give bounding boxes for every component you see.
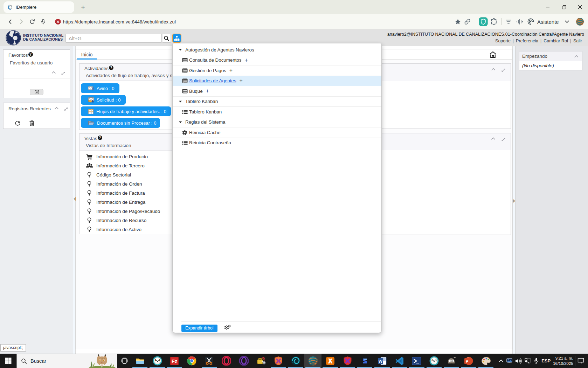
tray-speaker-icon[interactable] xyxy=(515,358,522,364)
puzzle-extension-icon[interactable] xyxy=(490,18,498,26)
header-link-salir[interactable]: Salir xyxy=(571,39,584,43)
filezilla-taskbar-button[interactable]: Fz xyxy=(166,354,183,368)
expand-tree-button[interactable]: Expandir árbol xyxy=(181,325,217,332)
tray-display-icon[interactable] xyxy=(506,358,512,363)
activity-button[interactable]: Aviso : 0 xyxy=(81,83,119,93)
dog-avatar-taskbar-button[interactable] xyxy=(148,354,166,368)
menu-item[interactable]: Consulta de Documentos+ xyxy=(173,55,381,66)
mic-icon[interactable] xyxy=(40,19,46,25)
copy-link-icon[interactable] xyxy=(464,18,471,25)
activity-button[interactable]: Flujos de trabajo y actividades. : 0 xyxy=(81,106,171,116)
forward-button[interactable] xyxy=(18,19,25,25)
help-question-icon[interactable] xyxy=(28,52,33,57)
menu-item[interactable]: Solicitudes de Agentes+ xyxy=(173,76,381,86)
opera-gx-taskbar-button[interactable] xyxy=(235,354,252,368)
palette-taskbar-button[interactable] xyxy=(477,354,494,368)
sidebar-splitter[interactable] xyxy=(73,46,76,354)
gears-icon[interactable] xyxy=(224,325,231,332)
header-link-soporte[interactable]: Soporte xyxy=(493,39,513,43)
dog-avatar2-taskbar-button[interactable] xyxy=(426,354,443,368)
new-tab-button[interactable]: + xyxy=(78,3,88,12)
tray-clock[interactable]: 9:21 a. m. 16/10/2025 xyxy=(553,356,573,366)
show-desktop-divider[interactable] xyxy=(575,356,575,366)
global-search-input[interactable] xyxy=(66,36,161,41)
url-text[interactable]: https://idempiere.incanal.com.ve:8448/we… xyxy=(63,14,176,29)
menu-item[interactable]: Reglas del Sistema xyxy=(173,117,381,128)
kdenlive-taskbar-button[interactable] xyxy=(201,354,218,368)
chrome-taskbar-button[interactable] xyxy=(183,354,200,368)
expand-panel-icon[interactable] xyxy=(64,107,68,111)
refresh-icon[interactable] xyxy=(15,120,21,127)
activity-button[interactable]: Solicitud : 0 xyxy=(81,95,126,105)
expand-panel-icon[interactable] xyxy=(501,137,506,142)
chevron-down-icon[interactable] xyxy=(564,19,570,25)
powershell-taskbar-button[interactable] xyxy=(408,354,425,368)
new-record-plus-icon[interactable]: + xyxy=(239,78,242,84)
caret-down-icon[interactable] xyxy=(179,49,182,51)
gimp-taskbar-button[interactable] xyxy=(443,354,460,368)
task-view-icon[interactable] xyxy=(117,354,131,368)
toolbox-taskbar-button[interactable] xyxy=(253,354,270,368)
assistant-label[interactable]: Asistente xyxy=(535,19,556,25)
menu-item[interactable]: Tablero Kanban xyxy=(173,97,381,107)
tray-chevron-up-icon[interactable] xyxy=(499,359,504,362)
shield-x-taskbar-button[interactable] xyxy=(339,354,356,368)
restore-button[interactable] xyxy=(556,0,572,14)
menu-item[interactable]: Autogestión de Agentes Navieros xyxy=(173,45,381,55)
opera-taskbar-button[interactable] xyxy=(218,354,235,368)
start-button[interactable] xyxy=(0,354,16,368)
shield-fox-taskbar-button[interactable] xyxy=(270,354,287,368)
caret-down-icon[interactable] xyxy=(179,100,182,103)
taskbar-search-box[interactable]: Buscar xyxy=(16,354,117,368)
waveform-icon[interactable] xyxy=(516,18,524,25)
rightbar-splitter[interactable] xyxy=(512,46,515,354)
menu-item[interactable]: Reinicia Contraseña xyxy=(173,138,381,148)
collapse-panel-icon[interactable] xyxy=(574,55,579,58)
global-search-box[interactable] xyxy=(65,34,162,43)
tray-language[interactable]: ESP xyxy=(541,358,551,363)
tray-mic-icon[interactable] xyxy=(534,358,539,364)
xampp-taskbar-button[interactable] xyxy=(321,354,339,368)
shield-extension-icon[interactable] xyxy=(479,17,488,26)
header-link-preferencia[interactable]: Preferencia xyxy=(514,39,540,43)
back-button[interactable] xyxy=(7,19,13,25)
menu-item[interactable]: Tablero Kanban xyxy=(173,107,381,117)
reading-list-icon[interactable] xyxy=(505,18,512,25)
header-link-cambiar-rol[interactable]: Cambiar Rol xyxy=(541,39,570,43)
trash-icon[interactable] xyxy=(29,120,35,128)
collapse-panel-icon[interactable] xyxy=(51,71,56,76)
sphere-taskbar-button[interactable] xyxy=(304,354,321,368)
search-icon[interactable] xyxy=(162,34,171,43)
bookmark-star-icon[interactable] xyxy=(455,18,461,25)
home-icon[interactable] xyxy=(489,51,497,58)
menu-item[interactable]: Reinicia Cache xyxy=(173,127,381,138)
menu-tree-button[interactable] xyxy=(172,34,181,43)
profile-avatar[interactable] xyxy=(576,18,584,26)
teal-swirl-taskbar-button[interactable] xyxy=(287,354,304,368)
collapse-panel-icon[interactable] xyxy=(491,137,496,142)
new-record-plus-icon[interactable]: + xyxy=(229,67,233,74)
menu-item[interactable]: Gestión de Pagos+ xyxy=(173,65,381,76)
collapse-panel-icon[interactable] xyxy=(54,107,59,111)
new-record-plus-icon[interactable]: + xyxy=(206,88,209,94)
close-window-button[interactable] xyxy=(572,0,588,14)
help-question-icon[interactable] xyxy=(109,65,113,70)
browser-tab[interactable]: iDempiere xyxy=(4,1,74,13)
word-taskbar-button[interactable]: W xyxy=(373,354,390,368)
powerpoint-taskbar-button[interactable]: P xyxy=(460,354,477,368)
expand-panel-icon[interactable] xyxy=(61,71,65,76)
collapse-panel-icon[interactable] xyxy=(491,68,496,72)
vscode-taskbar-button[interactable] xyxy=(391,354,408,368)
file-explorer-taskbar-button[interactable] xyxy=(131,354,148,368)
dark-s-taskbar-button[interactable] xyxy=(356,354,373,368)
minimize-button[interactable] xyxy=(540,0,556,14)
assistant-leo-icon[interactable] xyxy=(526,18,535,26)
expand-panel-icon[interactable] xyxy=(501,68,506,72)
notification-icon[interactable] xyxy=(577,358,584,364)
tab-inicio[interactable]: Inicio xyxy=(77,49,97,60)
activity-button[interactable]: Documentos sin Procesar : 0 xyxy=(81,118,160,128)
edit-favorites-button[interactable] xyxy=(30,89,43,95)
caret-down-icon[interactable] xyxy=(179,121,182,123)
tray-network-icon[interactable] xyxy=(525,358,531,364)
insecure-badge-icon[interactable] xyxy=(55,19,61,25)
